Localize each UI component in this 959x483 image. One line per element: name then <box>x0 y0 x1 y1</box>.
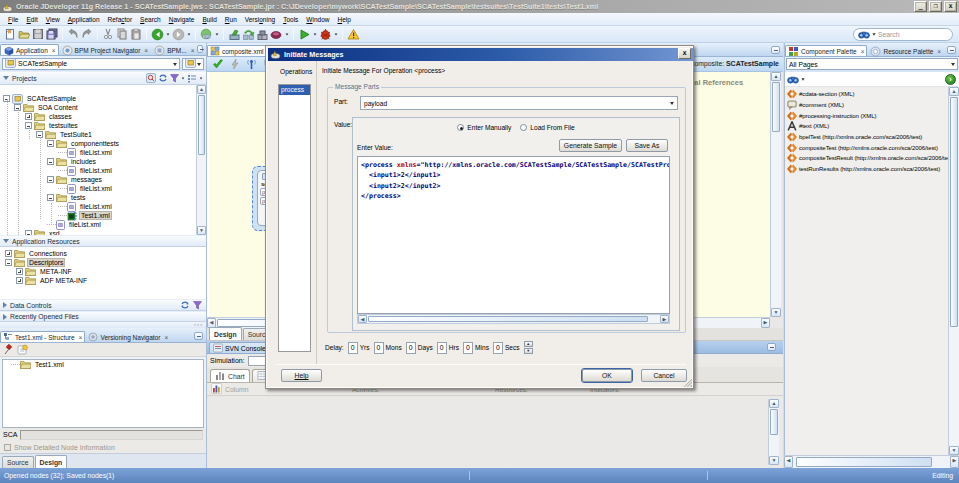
deploy-icon[interactable] <box>256 28 269 41</box>
delay-days-field[interactable]: 0 <box>406 342 416 354</box>
app-navigate-icon[interactable]: SQL <box>200 28 213 41</box>
tree-item-adf-meta-inf[interactable]: ADF META-INF <box>0 276 206 285</box>
warning-icon[interactable] <box>347 28 360 41</box>
scrollbar-thumb[interactable] <box>368 316 648 322</box>
menu-window[interactable]: Window <box>302 15 333 24</box>
tree-item-meta-inf[interactable]: META-INF <box>0 267 206 276</box>
restore-button[interactable]: ❐ <box>929 1 942 12</box>
structure-tab-minimize-button[interactable] <box>194 332 203 340</box>
palette-search-caret[interactable] <box>801 78 804 80</box>
tab-close-icon[interactable]: × <box>937 48 941 55</box>
scrollbar-arrow[interactable]: ◀ <box>784 456 793 468</box>
tree-item-test1-xml[interactable]: Test1.xml <box>0 211 206 220</box>
tree-item-testsuites[interactable]: testsuites <box>0 121 206 130</box>
menu-file[interactable]: File <box>4 15 23 24</box>
redo-icon[interactable] <box>81 28 94 41</box>
tree-item-connections[interactable]: Connections <box>0 249 206 258</box>
scrollbar-thumb[interactable] <box>198 95 205 155</box>
dialog-resize-grip[interactable] <box>684 379 692 387</box>
data-controls-header[interactable]: Data Controls <box>0 299 206 311</box>
menu-run[interactable]: Run <box>221 15 241 24</box>
profile-icon[interactable] <box>270 28 283 41</box>
tree-item-testsuite1[interactable]: TestSuite1 <box>0 130 206 139</box>
canvas-vertical-scrollbar[interactable]: ▲▼ <box>770 72 781 317</box>
log-panel-scrollbar[interactable]: ▲▼ <box>768 399 779 465</box>
collapse-icon[interactable] <box>47 140 54 147</box>
tree-item-filelist-xml[interactable]: «»fileList.xml <box>0 148 206 157</box>
scrollbar-arrow[interactable]: ▼ <box>949 446 959 455</box>
search-dropdown-caret[interactable] <box>872 33 875 35</box>
collapse-icon[interactable] <box>47 158 54 165</box>
tree-item-soa-content[interactable]: SOA Content <box>0 103 206 112</box>
run-icon[interactable] <box>298 28 311 41</box>
scrollbar-arrow[interactable]: ▼ <box>769 456 779 465</box>
scrollbar-arrow[interactable]: ▲ <box>769 399 779 408</box>
editor-tab-minimize-button[interactable] <box>771 46 780 54</box>
tab-close-icon[interactable]: × <box>861 48 865 55</box>
structure-settings-icon[interactable] <box>17 344 28 356</box>
palette-tab-minimize-button[interactable] <box>947 46 956 54</box>
chart-tab[interactable]: Chart <box>210 369 250 382</box>
generate-sample-button[interactable]: Generate Sample <box>559 139 622 152</box>
tab-close-icon[interactable]: × <box>191 47 195 54</box>
tab-close-icon[interactable]: × <box>144 47 148 54</box>
menu-search[interactable]: Search <box>136 15 165 24</box>
help-button[interactable]: Help <box>281 369 322 382</box>
part-select[interactable]: payload <box>360 96 678 110</box>
tree-item-filelist-xml[interactable]: «»fileList.xml <box>0 202 206 211</box>
ok-button[interactable]: OK <box>582 369 632 382</box>
menu-help[interactable]: Help <box>333 15 354 24</box>
dialog-close-button[interactable]: x <box>678 48 691 59</box>
expand-icon[interactable] <box>16 268 23 275</box>
palette-item-bpeltest[interactable]: bpelTest (http://xmlns.oracle.com/sca/20… <box>785 132 948 143</box>
tab-close-icon[interactable]: × <box>79 334 83 341</box>
copy-icon[interactable] <box>116 28 129 41</box>
run-icon-caret[interactable] <box>311 28 318 41</box>
scrollbar-arrow[interactable]: ▶ <box>761 318 770 328</box>
tree-item-classes[interactable]: classes <box>0 112 206 121</box>
debug-icon[interactable] <box>319 28 332 41</box>
xml-value-editor[interactable]: <process xmlns="http://xmlns.oracle.com/… <box>357 156 670 314</box>
menu-edit[interactable]: Edit <box>23 15 42 24</box>
recently-opened-files-header[interactable]: Recently Opened Files <box>0 311 206 322</box>
navigator-display-options-button[interactable] <box>182 58 204 70</box>
tree-item-test1-xml[interactable]: Test1.xml <box>3 360 203 369</box>
palette-item--processing-instruction[interactable]: #processing-instruction (XML) <box>785 110 948 121</box>
scrollbar-arrow[interactable]: ▲ <box>197 85 206 94</box>
palette-vertical-scrollbar[interactable]: ▲▼ <box>948 87 959 455</box>
palette-horizontal-scrollbar[interactable]: ◀▶ <box>784 455 959 468</box>
tree-item-filelist-xml[interactable]: «»fileList.xml <box>0 184 206 193</box>
dialog-titlebar[interactable]: Initiate Messages <box>268 48 693 61</box>
cut-icon[interactable] <box>102 28 115 41</box>
enter-manually-radio[interactable]: Enter Manually <box>457 124 511 131</box>
back-icon-caret[interactable] <box>164 28 171 41</box>
menu-tools[interactable]: Tools <box>279 15 302 24</box>
expand-icon[interactable] <box>16 277 23 284</box>
scrollbar-arrow[interactable]: ▼ <box>771 308 781 317</box>
undo-icon[interactable] <box>67 28 80 41</box>
navigator-tab-application[interactable]: Application× <box>0 44 59 55</box>
open-icon[interactable] <box>18 28 31 41</box>
show-detailed-node-checkbox[interactable] <box>4 444 11 451</box>
navigator-tab-minimize-button[interactable] <box>197 45 203 53</box>
palette-tab-resource-palette[interactable]: Resource Palette× <box>867 45 944 56</box>
save-icon[interactable] <box>32 28 45 41</box>
pin-icon[interactable] <box>3 344 13 356</box>
menu-build[interactable]: Build <box>198 15 220 24</box>
application-resources-header[interactable]: Application Resources <box>0 235 206 247</box>
expand-icon[interactable] <box>5 250 12 257</box>
tree-item-descriptors[interactable]: Descriptors <box>0 258 206 267</box>
validate-icon[interactable] <box>212 58 224 71</box>
forward-icon[interactable] <box>172 28 185 41</box>
profile-icon-caret[interactable] <box>283 28 290 41</box>
palette-item-compositetest[interactable]: compositeTest (http://xmlns.oracle.com/s… <box>785 142 948 153</box>
scrollbar-arrow[interactable]: ▶ <box>950 456 959 468</box>
funnel-icon-caret[interactable] <box>182 77 184 79</box>
palette-item-testrunresults[interactable]: testRunResults (http://xmlns.oracle.com/… <box>785 164 948 175</box>
paste-icon[interactable] <box>130 28 143 41</box>
tree-item-tests[interactable]: tests <box>0 193 206 202</box>
menu-application[interactable]: Application <box>64 15 104 24</box>
scrollbar-thumb[interactable] <box>770 409 778 435</box>
structure-tab-test1-xml-structure[interactable]: Test1.xml - Structure× <box>0 331 85 342</box>
back-icon[interactable] <box>151 28 164 41</box>
